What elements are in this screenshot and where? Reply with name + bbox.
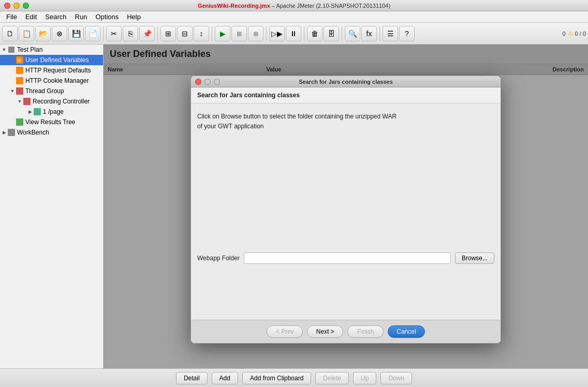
minimize-button[interactable] xyxy=(13,3,20,9)
toolbar-expand-btn[interactable]: ⊞ xyxy=(160,26,176,41)
sidebar-item-label: HTTP Cookie Manager xyxy=(25,77,89,84)
menu-file[interactable]: File xyxy=(2,12,21,22)
title-bar: GeniusWiki-Recording.jmx – Apache JMeter… xyxy=(0,0,588,11)
sidebar-item-http-request-defaults[interactable]: HTTP Request Defaults xyxy=(0,65,103,76)
toolbar-toggle-btn[interactable]: ↕ xyxy=(194,26,209,41)
browse-button[interactable]: Browse... xyxy=(455,252,494,264)
dialog-minimize-btn[interactable] xyxy=(204,79,211,85)
dialog-title: Search for Jars containing classes xyxy=(299,79,393,85)
svg-rect-7 xyxy=(34,108,41,115)
menu-bar: File Edit Search Run Options Help xyxy=(0,11,588,23)
detail-button[interactable]: Detail xyxy=(176,372,208,384)
sidebar-item-thread-group[interactable]: ▼ Thread Group xyxy=(0,86,103,96)
content-area: User Defined Variables Name Value Descri… xyxy=(104,44,588,368)
menu-edit[interactable]: Edit xyxy=(21,12,41,22)
sidebar-item-test-plan[interactable]: ▼ Test Plan xyxy=(0,44,103,55)
warning-icon: ⚠ xyxy=(568,30,573,37)
toolbar-templates-btn[interactable]: 📋 xyxy=(19,26,34,41)
sidebar-item-http-cookie-manager[interactable]: HTTP Cookie Manager xyxy=(0,76,103,86)
down-button[interactable]: Down xyxy=(380,372,412,384)
dialog-content: Search for Jars containing classes Click… xyxy=(191,87,501,320)
cancel-button[interactable]: Cancel xyxy=(388,325,424,338)
toolbar-run-btn[interactable]: ▶ xyxy=(215,26,230,41)
svg-text:⚙: ⚙ xyxy=(17,58,21,63)
toolbar-sep2 xyxy=(157,26,158,41)
close-button[interactable] xyxy=(4,3,10,9)
toolbar-new-btn[interactable]: 🗋 xyxy=(2,26,18,41)
menu-options[interactable]: Options xyxy=(91,12,123,22)
expand-arrow: ▶ xyxy=(27,109,33,114)
sidebar-item-recording-controller[interactable]: ▼ Recording Controller xyxy=(0,96,103,107)
expand-arrow: ▼ xyxy=(17,99,23,104)
dialog-maximize-btn[interactable] xyxy=(214,79,220,85)
delete-button[interactable]: Delete xyxy=(315,372,349,384)
search-dialog: Search for Jars containing classes Searc… xyxy=(190,76,501,344)
sidebar-item-label: View Results Tree xyxy=(25,118,76,126)
toolbar-close-btn[interactable]: ⊗ xyxy=(52,26,67,41)
prev-button[interactable]: < Prev xyxy=(267,325,303,338)
sidebar: ▼ Test Plan ⚙ User Defined Variables HTT… xyxy=(0,44,104,368)
toolbar-saveas-btn[interactable]: 📄 xyxy=(85,26,100,41)
toolbar-cut-btn[interactable]: ✂ xyxy=(106,26,122,41)
toolbar-clearall-btn[interactable]: 🗄 xyxy=(324,26,339,41)
toolbar-function-btn[interactable]: fx xyxy=(361,26,377,41)
sidebar-item-label: Thread Group xyxy=(25,87,64,95)
toolbar-sep3 xyxy=(212,26,212,41)
add-from-clipboard-button[interactable]: Add from Clipboard xyxy=(242,372,311,384)
cookie-icon xyxy=(16,77,24,85)
toolbar-list-btn[interactable]: ☰ xyxy=(383,26,398,41)
webapp-row: Webapp Folder Browse... xyxy=(191,248,501,268)
description-line2: of your GWT application xyxy=(197,122,494,131)
toolbar-shutdown-btn[interactable]: ⏺ xyxy=(248,26,263,41)
description-line1: Click on Browse button to select the fol… xyxy=(197,112,494,122)
test-plan-icon xyxy=(7,46,16,54)
dialog-footer: < Prev Next > Finish Cancel xyxy=(191,320,501,343)
bottom-toolbar: Detail Add Add from Clipboard Delete Up … xyxy=(0,368,588,387)
sidebar-item-workbench[interactable]: ▶ WorkBench xyxy=(0,127,103,138)
toolbar-stop-btn[interactable]: ⏹ xyxy=(231,26,247,41)
webapp-folder-label: Webapp Folder xyxy=(197,255,240,262)
toolbar-clear-btn[interactable]: 🗑 xyxy=(307,26,322,41)
toolbar-collapse-btn[interactable]: ⊟ xyxy=(177,26,193,41)
toolbar-help-btn[interactable]: ? xyxy=(399,26,415,41)
sidebar-item-label: HTTP Request Defaults xyxy=(25,67,91,74)
next-button[interactable]: Next > xyxy=(307,325,343,338)
toolbar-counter: 0 ⚠ 0 / 0 xyxy=(562,30,586,37)
finish-button[interactable]: Finish xyxy=(347,325,384,338)
toolbar-sep1 xyxy=(103,26,104,41)
toolbar-paste-btn[interactable]: 📌 xyxy=(139,26,155,41)
dialog-close-btn[interactable] xyxy=(195,79,201,85)
svg-rect-0 xyxy=(8,47,14,53)
dialog-controls xyxy=(195,79,220,85)
svg-rect-9 xyxy=(8,129,15,136)
toolbar-sep5 xyxy=(304,26,304,41)
toolbar-remote-run-btn[interactable]: ▷▶ xyxy=(269,26,285,41)
expand-arrow: ▼ xyxy=(1,47,7,52)
counter-left: 0 xyxy=(562,31,565,37)
webapp-folder-input[interactable] xyxy=(244,252,451,264)
menu-search[interactable]: Search xyxy=(41,12,70,22)
svg-rect-8 xyxy=(16,118,23,126)
menu-run[interactable]: Run xyxy=(71,12,92,22)
counter-right: 0 / 0 xyxy=(575,31,586,37)
toolbar-copy-btn[interactable]: ⎘ xyxy=(123,26,138,41)
toolbar-browse-btn[interactable]: 🔍 xyxy=(345,26,360,41)
toolbar-sep4 xyxy=(266,26,267,41)
sidebar-item-user-defined-variables[interactable]: ⚙ User Defined Variables xyxy=(0,55,103,65)
workbench-icon xyxy=(7,128,16,137)
config-icon: ⚙ xyxy=(16,56,24,64)
toolbar-open-btn[interactable]: 📂 xyxy=(35,26,51,41)
toolbar-save-btn[interactable]: 💾 xyxy=(68,26,84,41)
modal-overlay: Search for Jars containing classes Searc… xyxy=(104,44,588,368)
sidebar-item-1-page[interactable]: ▶ 1 /page xyxy=(0,107,103,117)
up-button[interactable]: Up xyxy=(353,372,376,384)
sidebar-item-label: WorkBench xyxy=(17,129,49,136)
svg-rect-3 xyxy=(16,67,23,74)
dialog-description: Click on Browse button to select the fol… xyxy=(191,103,501,248)
sidebar-item-view-results-tree[interactable]: View Results Tree xyxy=(0,117,103,127)
toolbar-remote-stop-btn[interactable]: ⏸ xyxy=(286,26,301,41)
menu-help[interactable]: Help xyxy=(123,12,145,22)
add-button[interactable]: Add xyxy=(212,372,238,384)
maximize-button[interactable] xyxy=(23,3,29,9)
sidebar-item-label: User Defined Variables xyxy=(25,56,89,64)
